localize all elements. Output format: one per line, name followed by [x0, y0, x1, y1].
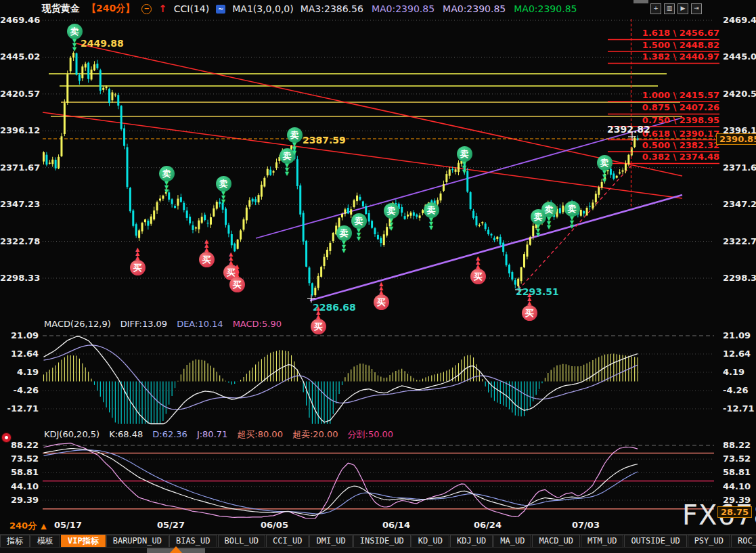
tab-模板[interactable]: 模板 [30, 535, 60, 548]
fib-label: 1.618 \ 2456.67 [584, 28, 719, 38]
y-axis-label: 2445.02 [0, 51, 39, 62]
chart-type-icon[interactable]: ~ [216, 5, 225, 14]
chart-canvas[interactable] [0, 0, 756, 553]
sell-signal-icon: 卖 [351, 213, 367, 229]
buy-signal-icon: 买 [522, 305, 537, 321]
kdj-axis-label: 44.10 [723, 481, 751, 491]
tab-psy-ud[interactable]: PSY_UD [688, 535, 730, 548]
tab-inside-ud[interactable]: INSIDE_UD [353, 535, 411, 548]
sell-signal-icon: 卖 [564, 201, 580, 217]
tab-cci-ud[interactable]: CCI_UD [266, 535, 309, 548]
macd-axis-label: -4.26 [0, 385, 39, 395]
sell-marker: 卖▼▼▼ [596, 155, 613, 183]
buy-marker: ▲▲▲买 [229, 265, 245, 292]
macd-header-item-2: DEA:10.14 [177, 319, 223, 329]
indicator-label[interactable]: CCI(14) [174, 3, 209, 14]
macd-axis-label: 12.64 [0, 349, 39, 359]
y-axis-label: 2347.23 [723, 199, 756, 209]
sell-signal-icon: 卖 [216, 176, 231, 192]
fib-label: 0.618 \ 2390.17 [584, 129, 719, 139]
tab-kdj-ud[interactable]: KDJ_UD [450, 535, 493, 548]
tab-ma-ud[interactable]: MA_UD [493, 535, 531, 548]
sell-arrows-icon: ▼▼▼ [462, 162, 466, 174]
sell-arrows-icon: ▼▼▼ [536, 225, 540, 237]
tab-vip指标[interactable]: VIP指标 [61, 535, 106, 548]
horizontal-scrollbar[interactable] [0, 547, 756, 553]
sell-arrows-icon: ▼▼▼ [72, 39, 76, 51]
sell-arrows-icon: ▼▼▼ [221, 192, 225, 204]
macd-axis-label: 4.19 [0, 367, 39, 377]
sell-arrows-icon: ▼▼▼ [357, 229, 361, 241]
buy-arrows-icon: ▲▲▲ [135, 248, 139, 260]
price-annotation: 2387.59 [303, 135, 346, 146]
tab-kd-ud[interactable]: KD_UD [412, 535, 449, 548]
scrollbar-position-arrow[interactable] [170, 546, 182, 553]
sell-signal-icon: 卖 [287, 127, 303, 143]
y-axis-label: 2298.33 [723, 273, 756, 283]
last-price-box: 2390.85 [716, 133, 756, 145]
macd-axis-label: -12.71 [723, 403, 755, 414]
price-annotation: 2392.82 [607, 124, 650, 135]
fib-label: 1.500 \ 2448.82 [584, 40, 719, 50]
buy-marker: ▲▲▲买 [310, 307, 326, 334]
buy-signal-icon: 买 [229, 277, 245, 292]
kdj-header-item-3: J:80.71 [197, 429, 227, 439]
sell-signal-icon: 卖 [384, 203, 399, 219]
ma-settings-label: MA1(3,0,0,0) [232, 3, 293, 14]
buy-arrows-icon: ▲▲▲ [379, 282, 383, 294]
x-axis-date: 07/03 [572, 520, 600, 530]
buy-arrows-icon: ▲▲▲ [229, 252, 233, 265]
x-axis-date: 06/24 [474, 520, 502, 530]
sell-marker: 卖▼▼▼ [286, 127, 303, 155]
y-axis-label: 2371.67 [0, 162, 39, 173]
macd-header: MACD(26,12,9)DIFF:13.09DEA:10.14MACD:5.9… [44, 319, 291, 329]
sell-arrows-icon: ▼▼▼ [547, 217, 551, 229]
y-axis-label: 2420.57 [723, 89, 756, 99]
tab-roc-ud[interactable]: ROC_UD [731, 535, 756, 548]
period-label[interactable]: 【240分】 [87, 3, 135, 15]
ma-value-2: MA0:2390.85 [443, 3, 506, 14]
sell-marker: 卖▼▼▼ [66, 24, 83, 51]
tab-mtm-ud[interactable]: MTM_UD [581, 535, 623, 548]
kdj-header-item-2: D:62.36 [152, 429, 187, 439]
sell-arrows-icon: ▼▼▼ [285, 164, 289, 176]
fib-label: 0.750 \ 2398.95 [584, 115, 719, 125]
tab-outside-ud[interactable]: OUTSIDE_UD [624, 535, 686, 548]
buy-arrows-icon: ▲▲▲ [235, 265, 239, 277]
titlebar-fragment [633, 0, 648, 3]
tab-boll-ud[interactable]: BOLL_UD [218, 535, 266, 548]
kdj-axis-label: 73.52 [0, 454, 39, 464]
macd-axis-label: 12.64 [723, 349, 751, 359]
fib-label: 1.382 \ 2440.97 [584, 51, 719, 62]
y-axis-label: 2322.78 [723, 236, 756, 246]
tab-barupdn-ud[interactable]: BARUPDN_UD [106, 535, 169, 548]
sell-signal-icon: 卖 [457, 146, 472, 162]
sell-marker: 卖▼▼▼ [351, 213, 367, 241]
tab-dmi-ud[interactable]: DMI_UD [309, 535, 352, 548]
kdj-axis-label: 58.81 [0, 467, 39, 477]
macd-axis-label: -12.71 [0, 403, 39, 414]
sell-signal-icon: 卖 [159, 166, 175, 181]
ma-value-3: MA0:2390.85 [514, 3, 577, 14]
macd-axis-label: -4.26 [723, 385, 748, 395]
tab-指标[interactable]: 指标 [0, 535, 30, 548]
macd-axis-label: 21.09 [723, 330, 751, 340]
buy-arrows-icon: ▲▲▲ [316, 307, 320, 319]
kdj-axis-label: 88.22 [723, 440, 751, 450]
buy-signal-icon: 买 [199, 252, 215, 267]
buy-signal-icon: 买 [374, 294, 389, 310]
macd-axis-label: 21.09 [0, 330, 39, 340]
x-axis-date: 06/05 [261, 520, 288, 530]
sell-marker: 卖▼▼▼ [564, 201, 580, 229]
tab-macd-ud[interactable]: MACD_UD [532, 535, 580, 548]
buy-arrows-icon: ▲▲▲ [204, 240, 208, 252]
minus-circle-icon[interactable]: − [141, 4, 152, 14]
buy-arrows-icon: ▲▲▲ [527, 293, 531, 305]
indicator-tabs: 指标模板VIP指标BARUPDN_UDBIAS_UDBOLL_UDCCI_UDD… [0, 534, 756, 548]
timeframe-label[interactable]: 240分▲ [9, 520, 47, 532]
macd-header-item-0: MACD(26,12,9) [44, 319, 111, 329]
sell-marker: 卖▼▼▼ [423, 202, 439, 230]
sell-marker: 卖▼▼▼ [215, 176, 231, 204]
sell-marker: 卖▼▼▼ [158, 166, 175, 194]
ma-value-0: MA3:2386.56 [301, 3, 363, 14]
